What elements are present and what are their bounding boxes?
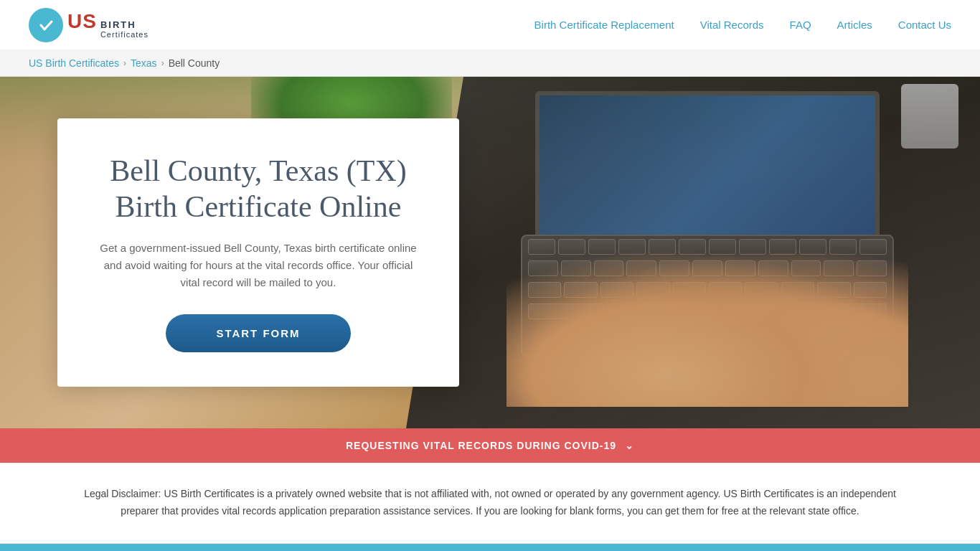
logo-certificates: Certificates: [100, 30, 149, 39]
covid-banner-text: REQUESTING VITAL RECORDS DURING COVID-19: [346, 440, 616, 451]
breadcrumb-sep-2: ›: [161, 58, 164, 68]
breadcrumb-current: Bell County: [169, 57, 220, 69]
nav-vital-records[interactable]: Vital Records: [700, 19, 764, 31]
logo-text: US BIRTH Certificates: [67, 11, 149, 39]
chevron-down-icon: ⌄: [625, 440, 634, 451]
hero-title: Bell County, Texas (TX) Birth Certificat…: [95, 153, 422, 225]
hero-hands: [507, 249, 908, 407]
nav-faq[interactable]: FAQ: [790, 19, 811, 31]
hero-card: Bell County, Texas (TX) Birth Certificat…: [57, 118, 459, 387]
breadcrumb-texas[interactable]: Texas: [131, 57, 157, 69]
hero-description: Get a government-issued Bell County, Tex…: [95, 240, 422, 291]
logo-us: US: [67, 11, 97, 33]
logo-birth: BIRTH: [100, 20, 149, 30]
bottom-accent-bar: [0, 544, 980, 551]
site-header: US BIRTH Certificates Birth Certificate …: [0, 0, 980, 50]
hero-section: Bell County, Texas (TX) Birth Certificat…: [0, 77, 980, 428]
nav-contact-us[interactable]: Contact Us: [898, 19, 951, 31]
breadcrumb-us-birth-certificates[interactable]: US Birth Certificates: [29, 57, 119, 69]
nav-birth-certificate-replacement[interactable]: Birth Certificate Replacement: [534, 19, 674, 31]
start-form-button[interactable]: START FORM: [166, 314, 350, 352]
nav-articles[interactable]: Articles: [837, 19, 872, 31]
breadcrumb: US Birth Certificates › Texas › Bell Cou…: [0, 50, 980, 77]
disclaimer-section: Legal Disclaimer: US Birth Certificates …: [0, 463, 980, 544]
hero-laptop: [406, 77, 980, 428]
covid-banner[interactable]: REQUESTING VITAL RECORDS DURING COVID-19…: [0, 428, 980, 463]
coffee-cup: [901, 84, 958, 149]
hero-title-line2: Birth Certificate Online: [116, 191, 402, 224]
logo-icon: [29, 8, 63, 42]
disclaimer-text: Legal Disclaimer: US Birth Certificates …: [72, 486, 908, 520]
main-nav: Birth Certificate Replacement Vital Reco…: [534, 19, 951, 31]
breadcrumb-sep-1: ›: [123, 58, 126, 68]
svg-point-0: [37, 16, 55, 34]
logo[interactable]: US BIRTH Certificates: [29, 8, 149, 42]
hero-title-line1: Bell County, Texas (TX): [110, 154, 407, 187]
